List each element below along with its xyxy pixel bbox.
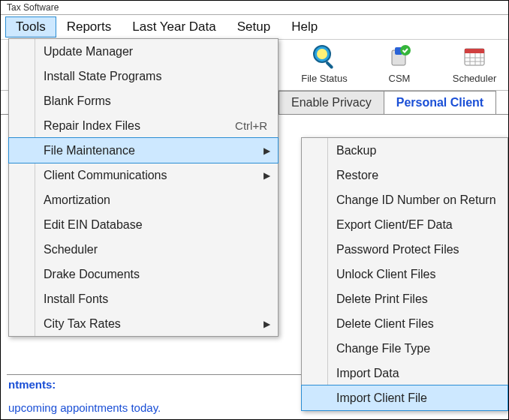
menu-scheduler[interactable]: Scheduler: [9, 237, 278, 262]
tools-dropdown: Update Manager Install State Programs Bl…: [8, 38, 279, 337]
menu-label: City Tax Rates: [44, 317, 121, 331]
submenu-delete-client-files[interactable]: Delete Client Files: [302, 311, 507, 336]
submenu-export-client-ef-data[interactable]: Export Client/EF Data: [302, 212, 507, 237]
menu-label: Scheduler: [44, 243, 98, 256]
menu-setup[interactable]: Setup: [227, 16, 281, 38]
menu-label: Blank Forms: [44, 94, 111, 108]
menu-label: Client Communications: [44, 169, 167, 182]
menu-client-communications[interactable]: Client Communications ▶: [9, 163, 278, 188]
toolbar-label: Scheduler: [453, 73, 497, 84]
svg-rect-2: [325, 61, 333, 69]
menu-repair-index-files[interactable]: Repair Index Files Ctrl+R: [9, 113, 278, 138]
chevron-right-icon: ▶: [264, 319, 270, 329]
menu-label: Delete Print Files: [336, 292, 428, 306]
window-title: Tax Software: [7, 2, 59, 13]
menu-label: Edit EIN Database: [44, 218, 143, 232]
menu-blank-forms[interactable]: Blank Forms: [9, 88, 278, 113]
submenu-import-client-file[interactable]: Import Client File: [302, 386, 507, 410]
menu-drake-documents[interactable]: Drake Documents: [9, 262, 278, 286]
menu-label: Export Client/EF Data: [336, 218, 453, 232]
menu-label: Install State Programs: [44, 70, 161, 83]
svg-point-1: [317, 49, 327, 59]
submenu-unlock-client-files[interactable]: Unlock Client Files: [302, 262, 507, 286]
menu-amortization[interactable]: Amortization: [9, 188, 278, 212]
submenu-change-id-number[interactable]: Change ID Number on Return: [302, 188, 507, 212]
calendar-icon: [461, 43, 488, 70]
menu-label: Import Client File: [336, 392, 427, 405]
file-maintenance-submenu: Backup Restore Change ID Number on Retur…: [301, 137, 508, 411]
menu-label: File Maintenance: [44, 144, 135, 158]
menu-label: Repair Index Files: [44, 119, 140, 133]
menu-help[interactable]: Help: [281, 16, 328, 38]
chevron-right-icon: ▶: [264, 170, 270, 181]
menu-install-fonts[interactable]: Install Fonts: [9, 286, 278, 311]
menu-label: Install Fonts: [44, 292, 108, 306]
submenu-password-protect-files[interactable]: Password Protect Files: [302, 237, 507, 262]
menu-label: Drake Documents: [44, 268, 140, 281]
chevron-right-icon: ▶: [264, 146, 270, 156]
submenu-change-file-type[interactable]: Change File Type: [302, 336, 507, 361]
menu-city-tax-rates[interactable]: City Tax Rates ▶: [9, 311, 278, 336]
menu-file-maintenance[interactable]: File Maintenance ▶: [9, 138, 278, 163]
submenu-backup[interactable]: Backup: [302, 138, 507, 163]
tab-personal-client[interactable]: Personal Client: [384, 91, 496, 114]
menu-label: Change ID Number on Return: [336, 194, 496, 207]
title-bar: Tax Software: [1, 1, 508, 15]
menu-last-year-data[interactable]: Last Year Data: [122, 16, 227, 38]
menu-bar: Tools Reports Last Year Data Setup Help: [1, 15, 508, 40]
toolbar-scheduler[interactable]: Scheduler: [448, 43, 501, 84]
menu-shortcut: Ctrl+R: [235, 119, 267, 132]
submenu-import-data[interactable]: Import Data: [302, 361, 507, 386]
menu-label: Unlock Client Files: [336, 268, 435, 281]
submenu-restore[interactable]: Restore: [302, 163, 507, 188]
toolbar-label: CSM: [389, 73, 411, 84]
magnifier-icon: [311, 43, 338, 70]
svg-rect-7: [465, 49, 484, 53]
menu-label: Password Protect Files: [336, 243, 459, 256]
menu-edit-ein-database[interactable]: Edit EIN Database: [9, 212, 278, 237]
toolbar-csm[interactable]: CSM: [373, 43, 426, 84]
toolbar-label: File Status: [301, 73, 347, 84]
menu-reports[interactable]: Reports: [56, 16, 122, 38]
menu-install-state-programs[interactable]: Install State Programs: [9, 64, 278, 88]
badge-check-icon: [386, 43, 413, 70]
menu-label: Restore: [336, 169, 378, 182]
menu-label: Delete Client Files: [336, 317, 434, 331]
menu-label: Backup: [336, 144, 376, 158]
submenu-delete-print-files[interactable]: Delete Print Files: [302, 286, 507, 311]
menu-update-manager[interactable]: Update Manager: [9, 39, 278, 64]
menu-label: Amortization: [44, 194, 110, 207]
menu-tools[interactable]: Tools: [5, 16, 56, 38]
menu-label: Change File Type: [336, 342, 430, 356]
menu-label: Update Manager: [44, 45, 133, 58]
toolbar-file-status[interactable]: File Status: [298, 43, 351, 84]
menu-label: Import Data: [336, 367, 399, 380]
tab-enable-privacy[interactable]: Enable Privacy: [279, 91, 384, 114]
